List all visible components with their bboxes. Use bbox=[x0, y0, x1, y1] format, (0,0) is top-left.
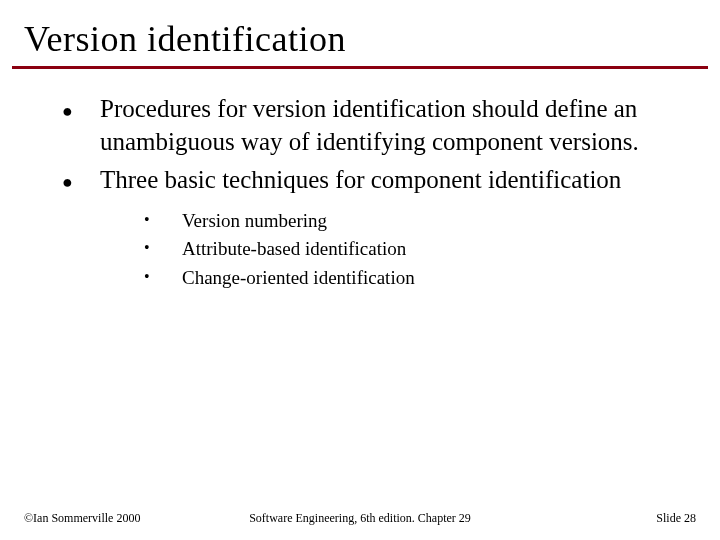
bullet-text: Three basic techniques for component ide… bbox=[100, 164, 680, 197]
bullet-icon: • bbox=[136, 237, 182, 257]
bullet-icon: ● bbox=[40, 164, 100, 193]
bullet-text: Procedures for version identification sh… bbox=[100, 93, 680, 158]
bullet-icon: • bbox=[136, 266, 182, 286]
main-bullet-list: ● Procedures for version identification … bbox=[40, 93, 680, 197]
sub-bullet-text: Attribute-based identification bbox=[182, 237, 680, 262]
list-item: • Attribute-based identification bbox=[136, 237, 680, 262]
footer-slide-number: Slide 28 bbox=[498, 511, 696, 526]
list-item: • Change-oriented identification bbox=[136, 266, 680, 291]
slide-footer: ©Ian Sommerville 2000 Software Engineeri… bbox=[0, 511, 720, 526]
slide-content: ● Procedures for version identification … bbox=[0, 69, 720, 291]
list-item: ● Three basic techniques for component i… bbox=[40, 164, 680, 197]
sub-bullet-text: Change-oriented identification bbox=[182, 266, 680, 291]
list-item: • Version numbering bbox=[136, 209, 680, 234]
footer-copyright: ©Ian Sommerville 2000 bbox=[24, 511, 222, 526]
sub-bullet-text: Version numbering bbox=[182, 209, 680, 234]
bullet-icon: ● bbox=[40, 93, 100, 122]
sub-bullet-list: • Version numbering • Attribute-based id… bbox=[136, 209, 680, 291]
list-item: ● Procedures for version identification … bbox=[40, 93, 680, 158]
bullet-icon: • bbox=[136, 209, 182, 229]
footer-book-ref: Software Engineering, 6th edition. Chapt… bbox=[222, 511, 499, 526]
slide-title: Version identification bbox=[0, 0, 720, 66]
